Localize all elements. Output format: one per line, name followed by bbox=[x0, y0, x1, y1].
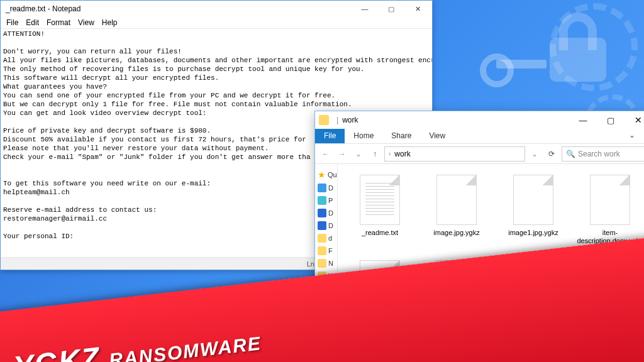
help-icon[interactable]: ? bbox=[638, 129, 644, 143]
nav-up-button[interactable]: ↑ bbox=[368, 147, 382, 161]
folder-icon bbox=[318, 246, 326, 255]
lock-icon bbox=[550, 38, 606, 82]
notepad-menubar: File Edit Format View Help bbox=[1, 17, 432, 29]
star-icon: ★ bbox=[318, 170, 326, 180]
chevron-right-icon: › bbox=[389, 150, 391, 157]
sidebar-item[interactable]: D bbox=[316, 219, 336, 232]
blank-file-icon bbox=[436, 175, 477, 225]
menu-help[interactable]: Help bbox=[99, 18, 121, 28]
refresh-button[interactable]: ⟳ bbox=[544, 150, 559, 158]
lock-icon bbox=[559, 13, 597, 50]
file-item[interactable]: _readme.txt bbox=[343, 170, 417, 252]
minimize-button[interactable]: — bbox=[352, 1, 378, 17]
close-button[interactable]: ✕ bbox=[625, 111, 644, 129]
folder-icon bbox=[318, 196, 326, 205]
ribbon-collapse-icon[interactable]: ⌄ bbox=[626, 129, 638, 143]
address-bar[interactable]: › work bbox=[384, 146, 525, 162]
file-label: image1.jpg.ygkz bbox=[508, 229, 558, 237]
folder-icon bbox=[319, 115, 329, 125]
music-icon bbox=[318, 259, 326, 268]
search-input[interactable]: 🔍 Search work bbox=[562, 146, 644, 162]
ribbon-tab-view[interactable]: View bbox=[420, 129, 454, 143]
blank-file-icon bbox=[590, 175, 630, 225]
blank-file-icon bbox=[513, 175, 553, 225]
gear-icon bbox=[550, 3, 638, 91]
ribbon-tab-share[interactable]: Share bbox=[382, 129, 420, 143]
titlebar-pipe: | bbox=[336, 116, 338, 124]
explorer-address-row: ← → ⌄ ↑ › work ⌄ ⟳ 🔍 Search work bbox=[315, 144, 644, 164]
ribbon-file-tab[interactable]: File bbox=[315, 129, 345, 143]
nav-back-button[interactable]: ← bbox=[319, 147, 333, 161]
menu-format[interactable]: Format bbox=[43, 18, 74, 28]
folder-icon bbox=[318, 221, 326, 230]
sidebar-item[interactable]: D bbox=[316, 207, 336, 219]
sidebar-quick-access[interactable]: ★Qu bbox=[316, 168, 336, 182]
search-icon: 🔍 bbox=[566, 150, 575, 158]
minimize-button[interactable]: — bbox=[569, 111, 597, 129]
folder-icon bbox=[318, 234, 326, 243]
folder-icon bbox=[318, 184, 326, 192]
nav-forward-button[interactable]: → bbox=[335, 147, 349, 161]
address-path: work bbox=[394, 150, 410, 158]
menu-file[interactable]: File bbox=[3, 18, 21, 28]
sidebar-item[interactable]: D bbox=[316, 182, 336, 194]
sidebar-item[interactable]: P bbox=[316, 194, 336, 207]
banner-title: YGKZ bbox=[12, 341, 101, 362]
file-label: image.jpg.ygkz bbox=[433, 229, 479, 237]
nav-recent-button[interactable]: ⌄ bbox=[352, 147, 365, 161]
maximize-button[interactable]: ▢ bbox=[378, 1, 404, 17]
notepad-titlebar[interactable]: _readme.txt - Notepad — ▢ ✕ bbox=[1, 1, 432, 17]
file-item[interactable]: image.jpg.ygkz bbox=[419, 170, 494, 252]
explorer-title: work bbox=[342, 116, 569, 124]
sidebar-item[interactable]: F bbox=[316, 244, 336, 257]
close-button[interactable]: ✕ bbox=[404, 1, 431, 17]
search-placeholder: Search work bbox=[578, 150, 620, 158]
key-icon bbox=[496, 60, 547, 69]
text-file-icon bbox=[360, 175, 400, 225]
menu-view[interactable]: View bbox=[75, 18, 97, 28]
maximize-button[interactable]: ▢ bbox=[597, 111, 625, 129]
file-item[interactable]: image1.jpg.ygkz bbox=[496, 170, 570, 252]
ribbon-tab-home[interactable]: Home bbox=[345, 129, 382, 143]
download-icon bbox=[318, 209, 326, 217]
explorer-titlebar[interactable]: | work — ▢ ✕ bbox=[315, 111, 644, 129]
sidebar-item[interactable]: d bbox=[316, 232, 336, 244]
notepad-title: _readme.txt - Notepad bbox=[6, 4, 352, 13]
sidebar-item[interactable]: N bbox=[316, 257, 336, 270]
banner-subtitle: RANSOMWARE bbox=[108, 332, 263, 362]
address-dropdown-icon[interactable]: ⌄ bbox=[528, 147, 541, 161]
file-label: _readme.txt bbox=[362, 229, 398, 237]
menu-edit[interactable]: Edit bbox=[23, 18, 42, 28]
explorer-ribbon: File Home Share View ⌄ ? bbox=[315, 129, 644, 144]
